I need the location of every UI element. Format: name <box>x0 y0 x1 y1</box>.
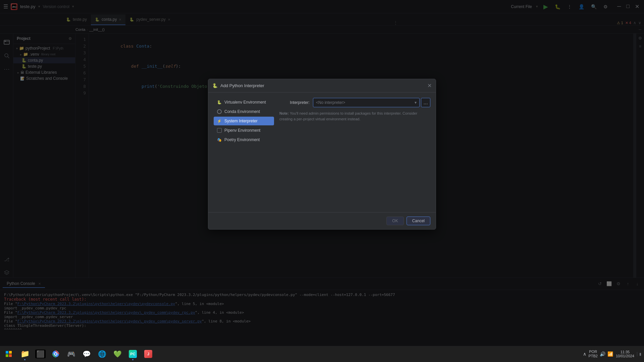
taskbar-tray: ∧ PORPTB2 🔊 📶 <box>583 350 613 358</box>
clock-date: 10/01/2024 <box>616 354 634 358</box>
interpreter-note: Note: You'll need admin permissions to i… <box>279 111 430 122</box>
svg-rect-8 <box>9 354 12 357</box>
conda-label: Conda Environment <box>224 109 260 114</box>
modal-right-panel: Interpreter: <No interpreter> ▾ … Note: … <box>279 98 430 207</box>
poetry-label: Poetry Environment <box>224 137 260 142</box>
taskbar-app-whatsapp[interactable]: 💚 <box>110 347 125 361</box>
interpreter-select-value: <No interpreter> <box>316 100 345 105</box>
interpreter-field: Interpreter: <No interpreter> ▾ … <box>279 98 430 107</box>
system-icon: ⚡ <box>217 119 222 123</box>
modal-env-virtualenv[interactable]: 🐍 Virtualenv Environment <box>214 98 274 107</box>
taskbar-app-discord[interactable]: 💬 <box>79 347 94 361</box>
modal-footer: OK Cancel <box>208 212 436 229</box>
pipenv-label: Pipenv Environment <box>224 128 260 133</box>
tray-show-desktop[interactable]: ▮ <box>637 352 641 356</box>
svg-rect-7 <box>6 354 8 357</box>
pipenv-icon <box>217 128 222 133</box>
interpreter-browse-button[interactable]: … <box>421 98 430 107</box>
modal-body: 🐍 Virtualenv Environment Conda Environme… <box>208 93 436 212</box>
add-interpreter-modal: 🐍 Add Python Interpreter ✕ 🐍 Virtualenv … <box>208 79 436 230</box>
modal-title: Add Python Interpreter <box>220 83 425 88</box>
taskbar-apps: 📁 ⬛ 🎮 💬 🌐 💚 PC <box>17 347 156 361</box>
system-label: System Interpreter <box>224 119 258 123</box>
modal-env-poetry[interactable]: 🎭 Poetry Environment <box>214 135 274 144</box>
taskbar-app-terminal[interactable]: ⬛ <box>33 347 48 361</box>
modal-icon: 🐍 <box>212 83 218 88</box>
taskbar-app-pycharm[interactable]: PC <box>125 347 140 361</box>
modal-header: 🐍 Add Python Interpreter ✕ <box>208 79 436 93</box>
tray-network[interactable]: 📶 <box>607 351 613 357</box>
interpreter-input-group: <No interpreter> ▾ … <box>313 98 430 107</box>
note-label: Note: <box>279 111 289 115</box>
conda-icon <box>217 109 222 114</box>
ok-button[interactable]: OK <box>386 217 404 225</box>
taskbar-app-edge[interactable]: 🌐 <box>95 347 109 361</box>
tray-lang[interactable]: PORPTB2 <box>588 350 598 358</box>
interpreter-select[interactable]: <No interpreter> ▾ <box>313 98 420 107</box>
taskbar-app-jetbrains[interactable]: J <box>141 347 156 361</box>
taskbar-right: ∧ PORPTB2 🔊 📶 11:35 10/01/2024 ▮ <box>583 350 641 358</box>
modal-close-button[interactable]: ✕ <box>427 82 432 89</box>
taskbar-app-explorer[interactable]: 📁 <box>17 347 32 361</box>
taskbar-app-chrome[interactable] <box>48 347 63 361</box>
svg-rect-6 <box>9 351 12 354</box>
virtualenv-icon: 🐍 <box>217 100 222 105</box>
modal-env-system[interactable]: ⚡ System Interpreter <box>214 117 274 125</box>
tray-battery[interactable]: 🔊 <box>600 351 605 357</box>
svg-rect-5 <box>6 351 8 354</box>
interpreter-label: Interpreter: <box>279 100 310 105</box>
modal-env-pipenv[interactable]: Pipenv Environment <box>214 126 274 135</box>
interpreter-dropdown-arrow: ▾ <box>415 100 417 105</box>
modal-env-conda[interactable]: Conda Environment <box>214 107 274 116</box>
taskbar-clock[interactable]: 11:35 10/01/2024 <box>616 350 634 358</box>
tray-icon-1[interactable]: ∧ <box>583 351 586 357</box>
taskbar-app-steam[interactable]: 🎮 <box>64 347 78 361</box>
modal-env-list: 🐍 Virtualenv Environment Conda Environme… <box>214 98 274 207</box>
modal-overlay: 🐍 Add Python Interpreter ✕ 🐍 Virtualenv … <box>0 0 644 362</box>
taskbar-start-button[interactable] <box>3 348 15 360</box>
note-text: You'll need admin permissions to install… <box>279 111 417 121</box>
virtualenv-label: Virtualenv Environment <box>224 100 266 105</box>
poetry-icon: 🎭 <box>217 137 222 142</box>
clock-time: 11:35 <box>616 350 634 354</box>
taskbar: 📁 ⬛ 🎮 💬 🌐 💚 PC <box>0 346 644 362</box>
cancel-button[interactable]: Cancel <box>407 217 430 225</box>
svg-point-11 <box>55 353 57 355</box>
